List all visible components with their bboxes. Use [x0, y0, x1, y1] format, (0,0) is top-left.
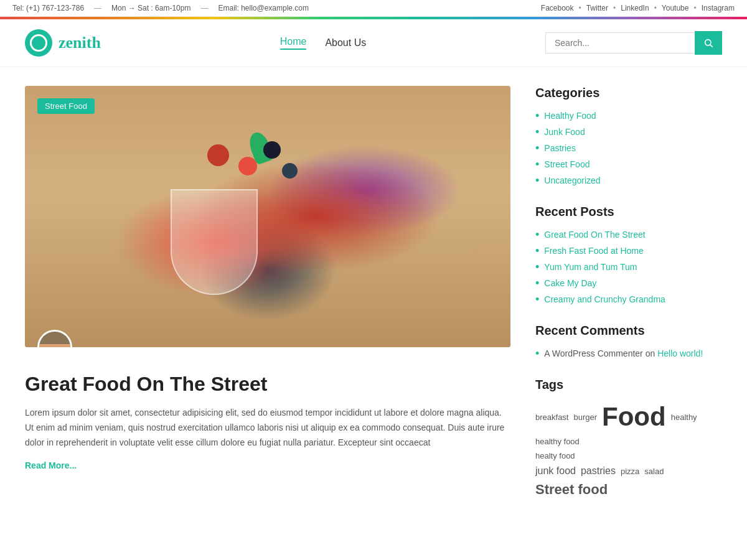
comment-item: A WordPress Commenter on Hello world! — [535, 348, 722, 359]
category-link-street-food[interactable]: Street Food — [544, 159, 590, 169]
recent-post-link-4[interactable]: Cake My Day — [544, 278, 596, 288]
logo-area: zenith — [25, 29, 101, 57]
social-links: Facebook • Twitter • LinkedIn • Youtube … — [541, 4, 735, 12]
recent-posts-section: Recent Posts Great Food On The Street Fr… — [535, 205, 722, 305]
avatar-hair — [39, 332, 70, 344]
tag-burger[interactable]: burger — [573, 413, 597, 422]
twitter-link[interactable]: Twitter — [586, 4, 608, 12]
category-link-junk-food[interactable]: Junk Food — [544, 127, 585, 137]
category-link-pastries[interactable]: Pastries — [544, 143, 576, 153]
recent-comments-section: Recent Comments A WordPress Commenter on… — [535, 324, 722, 359]
read-more-link[interactable]: Read More... — [25, 460, 77, 470]
categories-section: Categories Healthy Food Junk Food Pastri… — [535, 86, 722, 186]
tags-title: Tags — [535, 378, 722, 392]
svg-point-0 — [705, 40, 711, 45]
category-link-uncategorized[interactable]: Uncategorized — [544, 175, 600, 185]
tag-healty-food[interactable]: healty food — [535, 451, 722, 460]
recent-post-item: Great Food On The Street — [535, 229, 722, 240]
search-icon — [703, 38, 713, 48]
berry2 — [238, 157, 257, 175]
logo-text: zenith — [59, 34, 101, 52]
post-title: Great Food On The Street — [25, 372, 510, 396]
tags-cloud: breakfast burger Food healthy healthy fo… — [535, 402, 722, 498]
nav-about[interactable]: About Us — [325, 37, 366, 49]
top-bar: Tel: (+1) 767-123-786 — Mon → Sat : 6am-… — [0, 0, 747, 17]
instagram-link[interactable]: Instagram — [702, 4, 735, 12]
recent-posts-list: Great Food On The Street Fresh Fast Food… — [535, 229, 722, 305]
dessert-bowl — [171, 189, 258, 295]
tag-junk-food[interactable]: junk food — [535, 465, 576, 477]
berry4 — [282, 163, 298, 179]
search-button[interactable] — [695, 31, 722, 55]
sidebar: Categories Healthy Food Junk Food Pastri… — [535, 86, 722, 516]
tags-section: Tags breakfast burger Food healthy healt… — [535, 378, 722, 498]
recent-comments-title: Recent Comments — [535, 324, 722, 338]
tag-pizza[interactable]: pizza — [621, 467, 639, 476]
recent-post-item: Fresh Fast Food at Home — [535, 245, 722, 256]
linkedin-link[interactable]: LinkedIn — [621, 4, 649, 12]
post-image-wrap: Street Food — [25, 86, 510, 347]
tag-pastries[interactable]: pastries — [581, 465, 616, 477]
logo-icon — [25, 29, 52, 57]
tag-healthy[interactable]: healthy — [671, 413, 697, 422]
avatar-face — [39, 332, 70, 347]
recent-post-link-5[interactable]: Creamy and Crunchy Grandma — [544, 294, 665, 304]
facebook-link[interactable]: Facebook — [541, 4, 574, 12]
category-item: Junk Food — [535, 126, 722, 138]
post-tag[interactable]: Street Food — [37, 98, 95, 114]
search-input[interactable] — [545, 32, 695, 54]
tag-healthy-food[interactable]: healthy food — [535, 437, 580, 446]
main-content: Street Food Great Food On The Street Lor… — [12, 86, 735, 516]
comment-text: A WordPress Commenter on Hello world! — [544, 348, 703, 358]
recent-post-link-1[interactable]: Great Food On The Street — [544, 230, 645, 240]
comment-on: on — [646, 348, 657, 358]
divider1: — — [94, 4, 101, 12]
comment-link[interactable]: Hello world! — [657, 348, 703, 358]
email-info: Email: hello@example.com — [218, 4, 309, 12]
blog-area: Street Food Great Food On The Street Lor… — [25, 86, 510, 516]
tel-info: Tel: (+1) 767-123-786 — [12, 4, 84, 12]
tag-breakfast[interactable]: breakfast — [535, 413, 568, 422]
category-link-healthy-food[interactable]: Healthy Food — [544, 111, 596, 121]
categories-title: Categories — [535, 86, 722, 100]
svg-line-1 — [710, 45, 713, 47]
recent-post-item: Creamy and Crunchy Grandma — [535, 294, 722, 305]
category-item: Healthy Food — [535, 110, 722, 121]
recent-posts-title: Recent Posts — [535, 205, 722, 219]
search-area — [545, 31, 722, 55]
category-item: Uncategorized — [535, 175, 722, 186]
youtube-link[interactable]: Youtube — [662, 4, 689, 12]
category-item: Street Food — [535, 159, 722, 170]
tag-food[interactable]: Food — [602, 402, 666, 432]
header: zenith Home About Us — [0, 19, 747, 67]
recent-post-link-3[interactable]: Yum Yum and Tum Tum — [544, 262, 637, 272]
category-item: Pastries — [535, 142, 722, 154]
recent-post-item: Cake My Day — [535, 278, 722, 289]
berry1 — [207, 144, 229, 166]
recent-comments-list: A WordPress Commenter on Hello world! — [535, 348, 722, 359]
recent-post-link-2[interactable]: Fresh Fast Food at Home — [544, 246, 644, 256]
comment-author: A WordPress Commenter — [544, 348, 642, 358]
berry3 — [263, 141, 281, 159]
main-nav: Home About Us — [280, 36, 367, 50]
nav-home[interactable]: Home — [280, 36, 307, 50]
top-bar-left: Tel: (+1) 767-123-786 — Mon → Sat : 6am-… — [12, 4, 309, 12]
post-excerpt: Lorem ipsum dolor sit amet, consectetur … — [25, 406, 510, 450]
categories-list: Healthy Food Junk Food Pastries Street F… — [535, 110, 722, 186]
recent-post-item: Yum Yum and Tum Tum — [535, 261, 722, 273]
post-image — [25, 86, 510, 347]
post-content: Great Food On The Street Lorem ipsum dol… — [25, 347, 510, 483]
hours-info: Mon → Sat : 6am-10pm — [111, 4, 190, 12]
divider2: — — [200, 4, 208, 12]
post-card: Street Food Great Food On The Street Lor… — [25, 86, 510, 483]
tag-salad[interactable]: salad — [644, 467, 664, 476]
tag-street-food[interactable]: Street food — [535, 482, 722, 498]
